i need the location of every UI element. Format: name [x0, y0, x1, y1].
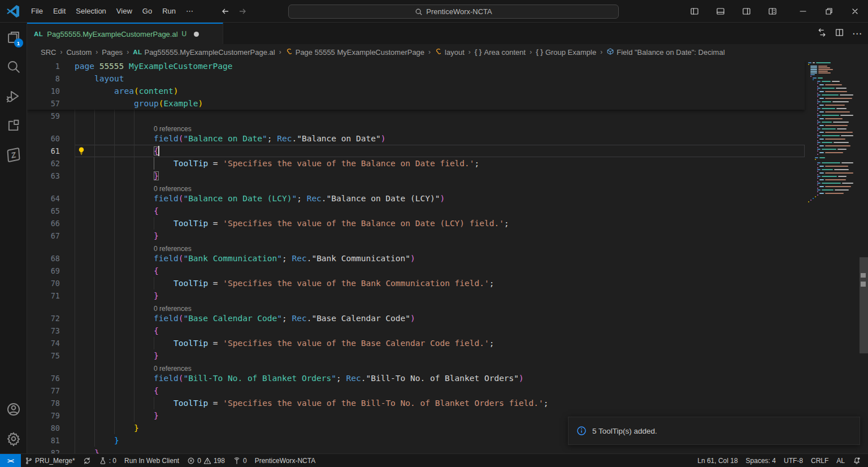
notification-text: 5 ToolTip(s) added.: [592, 427, 657, 435]
status-al-test-counter[interactable]: : 0: [95, 454, 120, 467]
status-indentation[interactable]: Spaces: 4: [742, 454, 780, 467]
breadcrumb-label: SRC: [41, 48, 56, 57]
status-git-sync[interactable]: [79, 454, 95, 467]
editor-actions: ⋯: [817, 23, 862, 44]
line-content: {: [75, 265, 805, 277]
line-content: ToolTip = 'Specifies the value of the Ba…: [75, 277, 805, 289]
line-content: }: [75, 349, 805, 362]
status-cursor-position[interactable]: Ln 61, Col 18: [693, 454, 741, 467]
code-line-8: 8layout: [27, 72, 805, 85]
command-center-search[interactable]: PrenticeWorx-NCTA: [288, 5, 619, 19]
line-number: [27, 182, 75, 192]
line-content: field("Bill-To No. of Blanket Orders"; R…: [75, 372, 805, 384]
breadcrumb-label: Custom: [66, 48, 92, 57]
status-language-mode[interactable]: AL: [832, 454, 849, 467]
line-number: 8: [27, 72, 75, 85]
status-git-branch-label: PRU_Merge*: [35, 457, 75, 465]
more-actions-button[interactable]: ⋯: [852, 28, 862, 40]
line-content: [75, 110, 805, 122]
activity-accounts[interactable]: [0, 395, 27, 424]
activity-search[interactable]: [0, 52, 27, 81]
status-ports[interactable]: 0: [229, 454, 251, 467]
status-al-configuration[interactable]: PrenticeWorx-NCTA: [251, 454, 320, 467]
activity-settings[interactable]: [0, 424, 27, 453]
split-editor-button[interactable]: [835, 28, 844, 40]
line-number: 71: [27, 289, 75, 302]
line-content: layout: [75, 72, 805, 85]
status-al-test-counter-label: : 0: [109, 457, 116, 465]
code-line-62: 62ToolTip = 'Specifies the value of the …: [27, 157, 805, 170]
code-editor[interactable]: 590 references60field("Balance on Date";…: [27, 60, 868, 453]
minimize-button[interactable]: [790, 0, 816, 23]
lightbulb-icon[interactable]: [77, 146, 86, 155]
menu-view[interactable]: View: [111, 4, 137, 18]
line-number: 81: [27, 434, 75, 447]
line-number: 66: [27, 217, 75, 230]
line-number: 57: [27, 97, 75, 110]
menu-go[interactable]: Go: [137, 4, 157, 18]
line-number: 63: [27, 170, 75, 182]
breadcrumb-item[interactable]: Pages: [102, 48, 123, 57]
breadcrumb-item[interactable]: ALPag55555.MyExampleCustomerPage.al: [133, 48, 275, 57]
status-notifications-bell[interactable]: [849, 454, 865, 467]
menu-selection[interactable]: Selection: [71, 4, 111, 18]
breadcrumb-item[interactable]: { }Group Example: [536, 48, 596, 57]
menu-edit[interactable]: Edit: [48, 4, 71, 18]
menu-file[interactable]: File: [26, 4, 48, 18]
activity-run-and-debug[interactable]: [0, 81, 27, 111]
code-line-59: 59: [27, 110, 805, 122]
open-changes-button[interactable]: [817, 28, 827, 40]
line-content: ToolTip = 'Specifies the value of the Ba…: [75, 337, 805, 349]
go-forward-icon[interactable]: [238, 7, 247, 16]
code-line-75: 75}: [27, 349, 805, 362]
toggle-panel-button[interactable]: [708, 0, 734, 23]
status-remote-indicator[interactable]: ><: [0, 454, 21, 467]
breadcrumb-item[interactable]: { }Area content: [475, 48, 526, 57]
code-line-77: 77{: [27, 384, 805, 397]
breadcrumb-label: Pages: [102, 48, 123, 57]
line-number: 80: [27, 422, 75, 434]
breadcrumb-item[interactable]: Custom: [66, 48, 92, 57]
line-content: }: [75, 447, 805, 453]
notification-toast[interactable]: 5 ToolTip(s) added.: [568, 417, 860, 445]
menu-run[interactable]: Run: [157, 4, 181, 18]
customize-layout-button[interactable]: [760, 0, 785, 23]
breadcrumb-item[interactable]: Field "Balance on Date": Decimal: [606, 47, 724, 57]
close-button[interactable]: [842, 0, 868, 23]
breadcrumb-label: Page 55555 MyExampleCustomerPage: [296, 48, 424, 57]
line-content: field("Base Calendar Code"; Rec."Base Ca…: [75, 312, 805, 325]
breadcrumb: SRC›Custom›Pages›ALPag55555.MyExampleCus…: [27, 44, 868, 60]
go-back-icon[interactable]: [221, 7, 230, 16]
menu-[interactable]: ⋯: [181, 4, 198, 18]
breadcrumb-label: Area content: [484, 48, 526, 57]
restore-button[interactable]: [816, 0, 842, 23]
status-run-in-web-client[interactable]: Run In Web Client: [120, 454, 183, 467]
status-encoding[interactable]: UTF-8: [780, 454, 807, 467]
tab-git-status: U: [182, 30, 187, 38]
breadcrumb-separator: ›: [600, 48, 602, 56]
breadcrumb-item[interactable]: layout: [435, 47, 465, 57]
code-line-76: 76field("Bill-To No. of Blanket Orders";…: [27, 372, 805, 384]
line-number: 61: [27, 145, 75, 157]
minimap[interactable]: [805, 60, 860, 453]
status-git-branch[interactable]: PRU_Merge*: [21, 454, 79, 467]
line-number: 74: [27, 337, 75, 349]
vertical-scrollbar[interactable]: [860, 60, 868, 453]
breadcrumb-label: Field "Balance on Date": Decimal: [617, 48, 724, 57]
status-problems[interactable]: 0198: [183, 454, 229, 467]
line-number: 79: [27, 409, 75, 422]
status-eol-sequence[interactable]: CRLF: [807, 454, 832, 467]
toggle-primary-sidebar-button[interactable]: [682, 0, 708, 23]
breadcrumb-item[interactable]: SRC: [41, 48, 56, 57]
activity-extensions[interactable]: [0, 111, 27, 140]
tab-active-file[interactable]: AL Pag55555.MyExampleCustomerPage.al U: [27, 23, 223, 44]
activity-explorer[interactable]: 1: [0, 23, 27, 52]
toggle-secondary-sidebar-button[interactable]: [734, 0, 760, 23]
breadcrumb-item[interactable]: Page 55555 MyExampleCustomerPage: [285, 47, 424, 57]
activity-al-extension[interactable]: Z: [0, 140, 27, 170]
scrollbar-slider[interactable]: [860, 257, 868, 353]
line-number: 78: [27, 397, 75, 409]
tab-modified-dot-icon[interactable]: [194, 32, 199, 37]
line-number: 59: [27, 110, 75, 122]
line-content: field("Balance on Date (LCY)"; Rec."Bala…: [75, 192, 805, 205]
